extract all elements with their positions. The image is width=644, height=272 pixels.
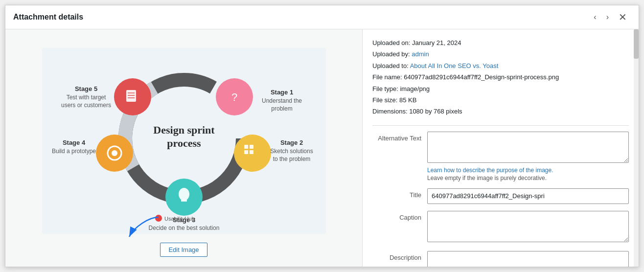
svg-text:Stage 1: Stage 1: [270, 89, 293, 96]
alt-text-input-area: Learn how to describe the purpose of the…: [427, 132, 629, 181]
svg-text:Test with target: Test with target: [66, 94, 106, 101]
arrow-annotation: [124, 212, 168, 239]
prev-button[interactable]: ‹: [590, 11, 600, 23]
meta-info: Uploaded on: January 21, 2024 Uploaded b…: [372, 37, 629, 117]
alt-text-note: Leave empty if the image is purely decor…: [427, 175, 629, 181]
scrollbar-track[interactable]: [634, 29, 639, 267]
next-button[interactable]: ›: [602, 11, 613, 23]
uploaded-on: Uploaded on: January 21, 2024: [372, 37, 629, 48]
title-input[interactable]: [427, 188, 629, 204]
title-label: Title: [372, 188, 421, 199]
svg-point-25: [112, 150, 117, 156]
alt-text-input[interactable]: [427, 132, 629, 163]
svg-text:Stage 2: Stage 2: [280, 139, 302, 146]
caption-label: Caption: [372, 211, 421, 221]
svg-text:problem: problem: [271, 105, 292, 112]
alt-text-help: Learn how to describe the purpose of the…: [427, 167, 629, 174]
dimensions: Dimensions: 1080 by 768 pixels: [372, 106, 629, 117]
alt-text-field-row: Alternative Text Learn how to describe t…: [372, 132, 629, 181]
caption-field-row: Caption: [372, 211, 629, 244]
file-name: File name: 640977ad8291c6944aff7ff2_Desi…: [372, 71, 629, 83]
header-nav: ‹ › ✕: [590, 10, 631, 24]
title-field-row: Title: [372, 188, 629, 204]
edit-image-button[interactable]: Edit Image: [160, 243, 207, 257]
close-button[interactable]: ✕: [615, 10, 631, 24]
title-input-area: [427, 188, 629, 204]
uploaded-to: Uploaded to: About All In One SEO vs. Yo…: [372, 60, 629, 71]
svg-rect-20: [181, 200, 187, 202]
file-size: File size: 85 KB: [372, 94, 629, 106]
svg-text:Stage 5: Stage 5: [74, 85, 97, 92]
svg-text:Design sprint: Design sprint: [153, 124, 215, 136]
svg-text:Understand the: Understand the: [261, 97, 301, 104]
attachment-details-modal: Attachment details ‹ › ✕ Design sprin: [5, 5, 639, 267]
svg-text:Stage 4: Stage 4: [62, 139, 85, 146]
scrollbar-thumb[interactable]: [634, 29, 639, 59]
alt-text-label: Alternative Text: [372, 132, 421, 142]
svg-rect-13: [244, 150, 248, 154]
modal-header: Attachment details ‹ › ✕: [5, 5, 639, 29]
modal-body: Design sprint process ? Stage 1 Understa…: [5, 29, 639, 267]
description-label: Description: [372, 251, 421, 261]
svg-text:process: process: [167, 137, 201, 149]
details-panel: Uploaded on: January 21, 2024 Uploaded b…: [363, 29, 639, 267]
svg-text:Sketch solutions: Sketch solutions: [270, 148, 313, 155]
image-container: Design sprint process ? Stage 1 Understa…: [15, 39, 352, 243]
svg-rect-11: [244, 145, 248, 149]
modal-title: Attachment details: [13, 13, 83, 22]
svg-rect-12: [250, 145, 253, 149]
alt-text-help-link[interactable]: Learn how to describe the purpose of the…: [427, 167, 553, 174]
svg-text:users or customers: users or customers: [61, 102, 111, 109]
design-sprint-diagram: Design sprint process ? Stage 1 Understa…: [42, 48, 326, 234]
svg-text:UsabilityHub: UsabilityHub: [164, 216, 195, 222]
edit-image-area: Edit Image: [160, 243, 207, 257]
uploaded-by: Uploaded by: admin: [372, 48, 629, 60]
description-field-row: Description: [372, 251, 629, 267]
svg-text:to the problem: to the problem: [273, 156, 310, 162]
svg-rect-29: [126, 90, 136, 102]
description-input-area: [427, 251, 629, 267]
divider: [372, 125, 629, 126]
uploaded-to-link[interactable]: About All In One SEO vs. Yoast: [410, 62, 499, 69]
caption-input-area: [427, 211, 629, 244]
svg-text:?: ?: [231, 91, 237, 103]
file-type: File type: image/png: [372, 83, 629, 94]
caption-input[interactable]: [427, 211, 629, 242]
description-input[interactable]: [427, 251, 629, 267]
uploaded-by-link[interactable]: admin: [412, 50, 429, 58]
svg-text:Build a prototype: Build a prototype: [51, 148, 95, 155]
image-panel: Design sprint process ? Stage 1 Understa…: [5, 29, 363, 267]
svg-rect-14: [250, 150, 253, 154]
svg-point-19: [179, 188, 189, 201]
